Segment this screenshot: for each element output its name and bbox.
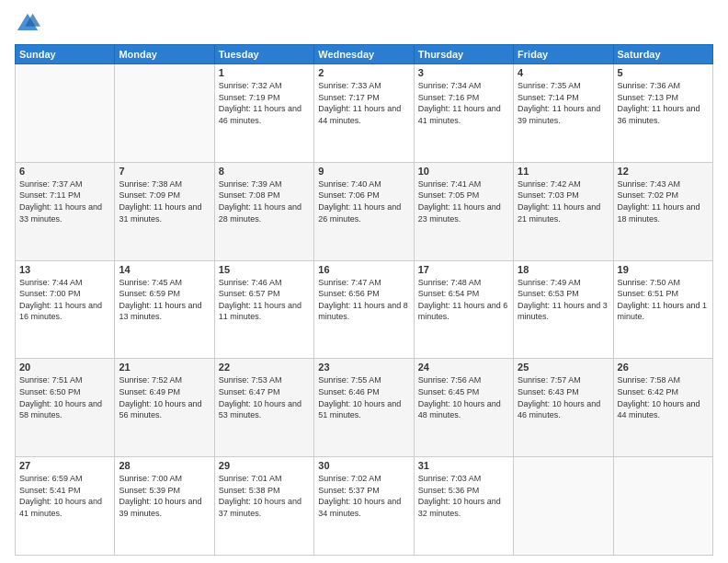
day-info: Sunrise: 7:35 AM Sunset: 7:14 PM Dayligh… — [518, 80, 609, 126]
day-info: Sunrise: 7:41 AM Sunset: 7:05 PM Dayligh… — [418, 178, 509, 224]
day-number: 15 — [219, 264, 310, 275]
day-number: 21 — [119, 362, 210, 373]
logo-icon — [15, 11, 40, 37]
calendar-cell: 21Sunrise: 7:52 AM Sunset: 6:49 PM Dayli… — [115, 359, 214, 457]
calendar-cell: 20Sunrise: 7:51 AM Sunset: 6:50 PM Dayli… — [16, 359, 115, 457]
day-info: Sunrise: 7:36 AM Sunset: 7:13 PM Dayligh… — [618, 80, 709, 126]
calendar-cell: 4Sunrise: 7:35 AM Sunset: 7:14 PM Daylig… — [514, 64, 613, 163]
weekday-header-tuesday: Tuesday — [214, 45, 313, 64]
day-number: 6 — [19, 166, 110, 177]
day-info: Sunrise: 7:46 AM Sunset: 6:57 PM Dayligh… — [219, 277, 310, 323]
calendar-cell: 26Sunrise: 7:58 AM Sunset: 6:42 PM Dayli… — [613, 359, 712, 457]
day-number: 3 — [418, 67, 509, 78]
weekday-header-wednesday: Wednesday — [314, 45, 414, 64]
day-number: 8 — [219, 166, 310, 177]
day-info: Sunrise: 7:02 AM Sunset: 5:37 PM Dayligh… — [318, 473, 409, 519]
calendar-cell — [16, 64, 115, 163]
day-info: Sunrise: 7:51 AM Sunset: 6:50 PM Dayligh… — [19, 374, 110, 420]
day-number: 23 — [318, 362, 409, 373]
day-info: Sunrise: 7:45 AM Sunset: 6:59 PM Dayligh… — [119, 277, 210, 323]
day-number: 16 — [318, 264, 409, 275]
day-info: Sunrise: 7:40 AM Sunset: 7:06 PM Dayligh… — [318, 178, 409, 224]
calendar-week-row: 6Sunrise: 7:37 AM Sunset: 7:11 PM Daylig… — [16, 162, 713, 260]
calendar-cell: 5Sunrise: 7:36 AM Sunset: 7:13 PM Daylig… — [613, 64, 712, 163]
day-info: Sunrise: 7:01 AM Sunset: 5:38 PM Dayligh… — [219, 473, 310, 519]
calendar-cell — [514, 457, 613, 556]
calendar-cell: 10Sunrise: 7:41 AM Sunset: 7:05 PM Dayli… — [414, 162, 513, 260]
day-number: 29 — [219, 460, 310, 471]
day-number: 18 — [518, 264, 609, 275]
day-info: Sunrise: 7:44 AM Sunset: 7:00 PM Dayligh… — [19, 277, 110, 323]
day-info: Sunrise: 7:43 AM Sunset: 7:02 PM Dayligh… — [618, 178, 709, 224]
day-info: Sunrise: 7:03 AM Sunset: 5:36 PM Dayligh… — [418, 473, 509, 519]
day-info: Sunrise: 7:58 AM Sunset: 6:42 PM Dayligh… — [618, 374, 709, 420]
calendar-cell: 31Sunrise: 7:03 AM Sunset: 5:36 PM Dayli… — [414, 457, 513, 556]
calendar-cell: 1Sunrise: 7:32 AM Sunset: 7:19 PM Daylig… — [214, 64, 313, 163]
day-number: 14 — [119, 264, 210, 275]
calendar-cell: 11Sunrise: 7:42 AM Sunset: 7:03 PM Dayli… — [514, 162, 613, 260]
day-number: 28 — [119, 460, 210, 471]
calendar-cell: 6Sunrise: 7:37 AM Sunset: 7:11 PM Daylig… — [16, 162, 115, 260]
calendar-cell: 18Sunrise: 7:49 AM Sunset: 6:53 PM Dayli… — [514, 260, 613, 359]
day-number: 22 — [219, 362, 310, 373]
weekday-header-row: SundayMondayTuesdayWednesdayThursdayFrid… — [16, 45, 713, 64]
calendar-cell: 17Sunrise: 7:48 AM Sunset: 6:54 PM Dayli… — [414, 260, 513, 359]
day-number: 9 — [318, 166, 409, 177]
calendar-cell: 3Sunrise: 7:34 AM Sunset: 7:16 PM Daylig… — [414, 64, 513, 163]
day-number: 30 — [318, 460, 409, 471]
calendar-cell: 7Sunrise: 7:38 AM Sunset: 7:09 PM Daylig… — [115, 162, 214, 260]
calendar-week-row: 13Sunrise: 7:44 AM Sunset: 7:00 PM Dayli… — [16, 260, 713, 359]
day-info: Sunrise: 7:32 AM Sunset: 7:19 PM Dayligh… — [219, 80, 310, 126]
day-number: 1 — [219, 67, 310, 78]
day-info: Sunrise: 7:37 AM Sunset: 7:11 PM Dayligh… — [19, 178, 110, 224]
day-number: 26 — [618, 362, 709, 373]
day-info: Sunrise: 7:55 AM Sunset: 6:46 PM Dayligh… — [318, 374, 409, 420]
day-info: Sunrise: 7:48 AM Sunset: 6:54 PM Dayligh… — [418, 277, 509, 323]
day-info: Sunrise: 7:49 AM Sunset: 6:53 PM Dayligh… — [518, 277, 609, 323]
calendar-cell: 24Sunrise: 7:56 AM Sunset: 6:45 PM Dayli… — [414, 359, 513, 457]
calendar-cell: 13Sunrise: 7:44 AM Sunset: 7:00 PM Dayli… — [16, 260, 115, 359]
weekday-header-friday: Friday — [514, 45, 613, 64]
calendar-cell: 30Sunrise: 7:02 AM Sunset: 5:37 PM Dayli… — [314, 457, 414, 556]
day-info: Sunrise: 7:39 AM Sunset: 7:08 PM Dayligh… — [219, 178, 310, 224]
logo — [15, 11, 44, 37]
day-number: 12 — [618, 166, 709, 177]
calendar-week-row: 20Sunrise: 7:51 AM Sunset: 6:50 PM Dayli… — [16, 359, 713, 457]
day-number: 20 — [19, 362, 110, 373]
page: SundayMondayTuesdayWednesdayThursdayFrid… — [0, 0, 728, 563]
day-info: Sunrise: 7:52 AM Sunset: 6:49 PM Dayligh… — [119, 374, 210, 420]
day-info: Sunrise: 7:34 AM Sunset: 7:16 PM Dayligh… — [418, 80, 509, 126]
day-number: 25 — [518, 362, 609, 373]
calendar-cell: 23Sunrise: 7:55 AM Sunset: 6:46 PM Dayli… — [314, 359, 414, 457]
day-number: 11 — [518, 166, 609, 177]
calendar-cell — [613, 457, 712, 556]
day-info: Sunrise: 7:00 AM Sunset: 5:39 PM Dayligh… — [119, 473, 210, 519]
calendar-cell: 25Sunrise: 7:57 AM Sunset: 6:43 PM Dayli… — [514, 359, 613, 457]
calendar-week-row: 27Sunrise: 6:59 AM Sunset: 5:41 PM Dayli… — [16, 457, 713, 556]
calendar-cell: 8Sunrise: 7:39 AM Sunset: 7:08 PM Daylig… — [214, 162, 313, 260]
calendar-cell — [115, 64, 214, 163]
day-number: 24 — [418, 362, 509, 373]
day-info: Sunrise: 7:53 AM Sunset: 6:47 PM Dayligh… — [219, 374, 310, 420]
calendar-cell: 16Sunrise: 7:47 AM Sunset: 6:56 PM Dayli… — [314, 260, 414, 359]
weekday-header-saturday: Saturday — [613, 45, 712, 64]
calendar-cell: 12Sunrise: 7:43 AM Sunset: 7:02 PM Dayli… — [613, 162, 712, 260]
calendar-cell: 14Sunrise: 7:45 AM Sunset: 6:59 PM Dayli… — [115, 260, 214, 359]
day-number: 2 — [318, 67, 409, 78]
calendar-week-row: 1Sunrise: 7:32 AM Sunset: 7:19 PM Daylig… — [16, 64, 713, 163]
day-number: 13 — [19, 264, 110, 275]
day-number: 5 — [618, 67, 709, 78]
day-info: Sunrise: 7:56 AM Sunset: 6:45 PM Dayligh… — [418, 374, 509, 420]
day-number: 17 — [418, 264, 509, 275]
calendar-cell: 29Sunrise: 7:01 AM Sunset: 5:38 PM Dayli… — [214, 457, 313, 556]
day-info: Sunrise: 6:59 AM Sunset: 5:41 PM Dayligh… — [19, 473, 110, 519]
header — [15, 11, 713, 37]
day-number: 19 — [618, 264, 709, 275]
day-info: Sunrise: 7:50 AM Sunset: 6:51 PM Dayligh… — [618, 277, 709, 323]
day-number: 27 — [19, 460, 110, 471]
weekday-header-thursday: Thursday — [414, 45, 513, 64]
day-number: 10 — [418, 166, 509, 177]
day-number: 4 — [518, 67, 609, 78]
day-number: 31 — [418, 460, 509, 471]
day-info: Sunrise: 7:42 AM Sunset: 7:03 PM Dayligh… — [518, 178, 609, 224]
